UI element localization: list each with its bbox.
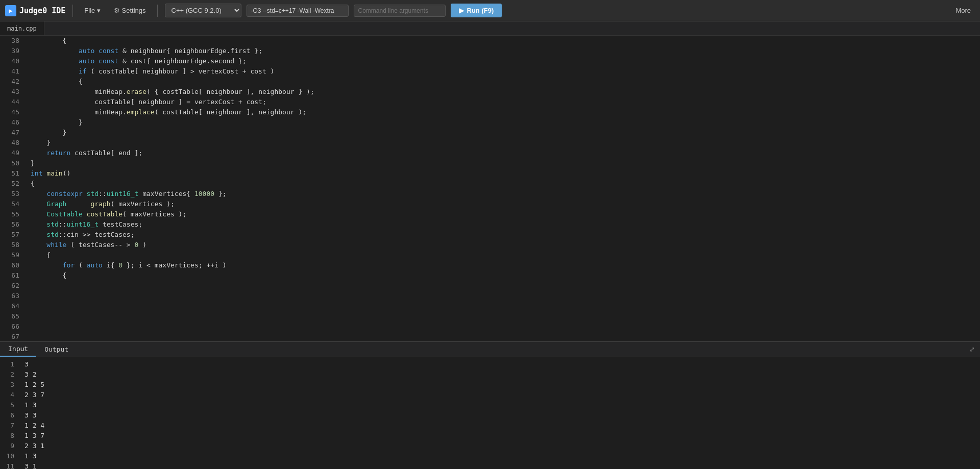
code-line: CostTable costTable( maxVertices ); bbox=[31, 209, 975, 219]
line-numbers: 3839404142434445464748495051525354555657… bbox=[0, 36, 26, 341]
input-line-number: 11 bbox=[6, 461, 14, 469]
panel-content: 123456789101112 33 21 2 52 3 71 33 31 2 … bbox=[0, 357, 980, 469]
line-number: 64 bbox=[6, 301, 19, 311]
input-line-number: 2 bbox=[6, 369, 14, 380]
line-number: 48 bbox=[6, 138, 19, 148]
editor-area: 3839404142434445464748495051525354555657… bbox=[0, 36, 980, 341]
input-line: 3 3 bbox=[24, 410, 976, 421]
line-number: 54 bbox=[6, 199, 19, 209]
input-line: 3 bbox=[24, 359, 976, 369]
code-line: minHeap.erase( { costTable[ neighbour ],… bbox=[31, 87, 975, 97]
line-number: 51 bbox=[6, 168, 19, 179]
code-line: for ( auto i{ 0 }; i < maxVertices; ++i … bbox=[31, 260, 975, 270]
line-number: 43 bbox=[6, 87, 19, 97]
line-number: 62 bbox=[6, 281, 19, 291]
line-number: 49 bbox=[6, 148, 19, 158]
maximize-icon[interactable]: ⤢ bbox=[964, 345, 980, 353]
input-line-number: 7 bbox=[6, 421, 14, 431]
line-number: 59 bbox=[6, 250, 19, 260]
code-line: std::cin >> testCases; bbox=[31, 230, 975, 240]
input-line-number: 10 bbox=[6, 451, 14, 461]
line-number: 58 bbox=[6, 240, 19, 250]
input-line: 3 1 bbox=[24, 461, 976, 469]
logo-icon: ▶ bbox=[5, 5, 16, 16]
output-tab[interactable]: Output bbox=[36, 342, 77, 357]
line-number: 57 bbox=[6, 230, 19, 240]
input-text[interactable]: 33 21 2 52 3 71 33 31 2 41 3 72 3 11 33 … bbox=[20, 357, 980, 469]
code-line: { bbox=[31, 250, 975, 260]
panel-tabs: Input Output ⤢ bbox=[0, 342, 980, 357]
code-line: std::uint16_t testCases; bbox=[31, 219, 975, 230]
code-line: minHeap.emplace( costTable[ neighbour ],… bbox=[31, 107, 975, 117]
line-number: 60 bbox=[6, 260, 19, 270]
line-number: 40 bbox=[6, 56, 19, 66]
bottom-panel: Input Output ⤢ 123456789101112 33 21 2 5… bbox=[0, 341, 980, 469]
line-number: 44 bbox=[6, 97, 19, 107]
line-number: 47 bbox=[6, 128, 19, 138]
input-line-number: 3 bbox=[6, 380, 14, 390]
code-content[interactable]: { auto const & neighbour{ neighbourEdge.… bbox=[26, 36, 980, 341]
code-line: Graph graph( maxVertices ); bbox=[31, 199, 975, 209]
line-number: 38 bbox=[6, 36, 19, 46]
line-number: 50 bbox=[6, 158, 19, 168]
line-number: 42 bbox=[6, 77, 19, 87]
code-line: auto const & cost{ neighbourEdge.second … bbox=[31, 56, 975, 66]
compiler-select[interactable]: C++ (GCC 9.2.0) bbox=[165, 4, 241, 17]
input-tab[interactable]: Input bbox=[0, 342, 36, 357]
input-line: 1 3 7 bbox=[24, 431, 976, 441]
more-button[interactable]: More bbox=[951, 5, 975, 16]
code-line: return costTable[ end ]; bbox=[31, 148, 975, 158]
line-number: 65 bbox=[6, 311, 19, 322]
line-number: 46 bbox=[6, 117, 19, 128]
code-line: } bbox=[31, 128, 975, 138]
line-number: 56 bbox=[6, 219, 19, 230]
input-line-number: 1 bbox=[6, 359, 14, 369]
input-line: 1 2 4 bbox=[24, 421, 976, 431]
line-number: 41 bbox=[6, 66, 19, 77]
file-tab[interactable]: main.cpp bbox=[0, 21, 44, 35]
code-line: costTable[ neighbour ] = vertexCost + co… bbox=[31, 97, 975, 107]
input-line-number: 4 bbox=[6, 390, 14, 400]
input-line: 1 3 bbox=[24, 400, 976, 410]
tab-bar: main.cpp bbox=[0, 21, 980, 36]
line-number: 45 bbox=[6, 107, 19, 117]
line-number: 67 bbox=[6, 332, 19, 341]
line-number: 39 bbox=[6, 46, 19, 56]
input-area: 123456789101112 33 21 2 52 3 71 33 31 2 … bbox=[0, 357, 980, 469]
input-line-number: 5 bbox=[6, 400, 14, 410]
code-line: if ( costTable[ neighbour ] > vertexCost… bbox=[31, 66, 975, 77]
line-number: 66 bbox=[6, 322, 19, 332]
input-line-numbers: 123456789101112 bbox=[0, 357, 20, 469]
logo-text: Judge0 IDE bbox=[19, 6, 65, 15]
run-icon: ▶ bbox=[459, 7, 464, 14]
args-input[interactable] bbox=[354, 5, 446, 17]
header-divider bbox=[72, 5, 73, 17]
file-menu-button[interactable]: File ▾ bbox=[80, 5, 105, 16]
code-line: { bbox=[31, 179, 975, 189]
code-line: { bbox=[31, 77, 975, 87]
input-line: 2 3 1 bbox=[24, 441, 976, 451]
code-line: while ( testCases-- > 0 ) bbox=[31, 240, 975, 250]
line-number: 61 bbox=[6, 270, 19, 281]
line-number: 52 bbox=[6, 179, 19, 189]
code-line: constexpr std::uint16_t maxVertices{ 100… bbox=[31, 189, 975, 199]
input-line-number: 9 bbox=[6, 441, 14, 451]
settings-button[interactable]: ⚙ Settings bbox=[110, 5, 150, 16]
flags-input[interactable] bbox=[247, 5, 349, 17]
input-line: 1 2 5 bbox=[24, 380, 976, 390]
input-line: 1 3 bbox=[24, 451, 976, 461]
code-line: { bbox=[31, 270, 975, 281]
run-button[interactable]: ▶ Run (F9) bbox=[451, 4, 502, 17]
input-line: 3 2 bbox=[24, 369, 976, 380]
header: ▶ Judge0 IDE File ▾ ⚙ Settings C++ (GCC … bbox=[0, 0, 980, 21]
header-divider2 bbox=[157, 5, 158, 17]
input-line-number: 8 bbox=[6, 431, 14, 441]
line-number: 55 bbox=[6, 209, 19, 219]
code-line: } bbox=[31, 158, 975, 168]
code-line: { bbox=[31, 36, 975, 46]
code-line: } bbox=[31, 117, 975, 128]
logo: ▶ Judge0 IDE bbox=[5, 5, 65, 16]
input-line-number: 6 bbox=[6, 410, 14, 421]
line-number: 53 bbox=[6, 189, 19, 199]
code-line: auto const & neighbour{ neighbourEdge.fi… bbox=[31, 46, 975, 56]
